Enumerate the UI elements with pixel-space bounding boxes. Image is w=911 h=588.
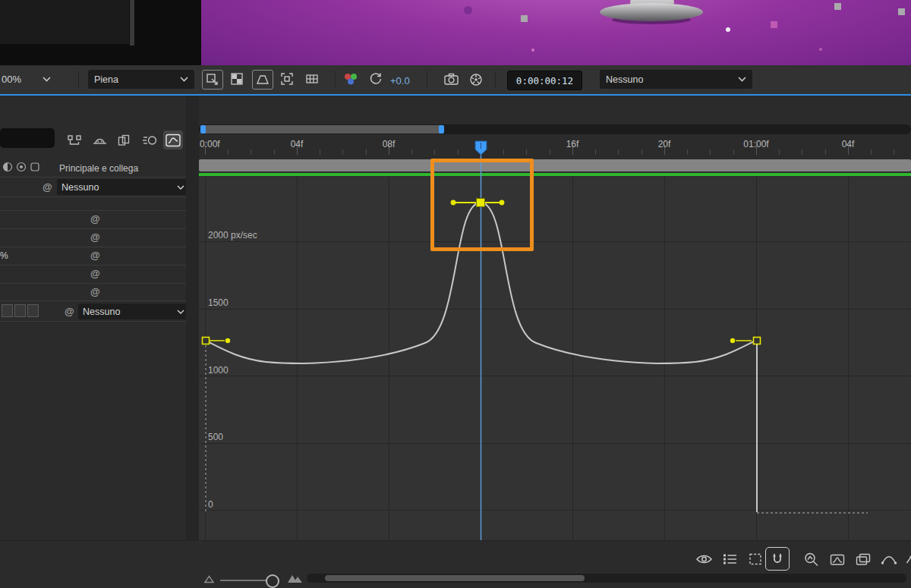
fit-all-graphs-button[interactable]: [853, 551, 873, 568]
selection-handle[interactable]: [834, 3, 841, 10]
pick-whip-icon[interactable]: @: [43, 181, 52, 193]
separate-dimensions-button[interactable]: [879, 551, 899, 568]
property-row[interactable]: @: [0, 266, 186, 284]
pick-whip-icon[interactable]: @: [90, 250, 100, 262]
hierarchy-toggle-button[interactable]: [65, 132, 84, 149]
take-snapshot-button[interactable]: [443, 72, 459, 86]
time-navigator-thumb[interactable]: [200, 125, 443, 134]
work-area-green-line: [199, 173, 911, 176]
y-axis-label: 1500: [208, 297, 229, 308]
camera-icon: [443, 72, 459, 86]
reset-exposure-button[interactable]: [369, 72, 383, 86]
navigator-end-handle[interactable]: [439, 125, 444, 134]
fast-previews-value: Nessuno: [606, 74, 643, 85]
selection-handle[interactable]: [898, 8, 905, 15]
show-snapshot-button[interactable]: [469, 73, 483, 86]
magnification-value: 00%: [2, 74, 21, 85]
y-axis-label: 1000: [208, 365, 229, 376]
parent-link-dropdown-2[interactable]: Nessuno: [78, 303, 189, 319]
mask-visibility-button[interactable]: [252, 70, 273, 90]
layer-switch-cell[interactable]: [14, 304, 26, 317]
exposure-value[interactable]: +0.0: [390, 75, 410, 86]
transform-box-icon: [748, 552, 763, 566]
property-row[interactable]: @: [0, 284, 186, 301]
fit-selection-button[interactable]: [827, 551, 847, 568]
property-row[interactable]: % @: [0, 247, 186, 266]
pick-whip-icon[interactable]: @: [90, 213, 100, 225]
auto-zoom-graph-button[interactable]: [802, 551, 821, 568]
bottom-bar-divider: [0, 540, 911, 541]
proportional-grid-button[interactable]: [302, 70, 322, 88]
timecode-field[interactable]: 0:00:00:12: [507, 71, 582, 90]
preview-toggle-button[interactable]: [202, 70, 223, 90]
toolbar-separator: [427, 71, 427, 88]
navigator-start-handle[interactable]: [200, 125, 206, 134]
aperture-icon: [469, 73, 483, 86]
pick-whip-icon[interactable]: @: [90, 286, 100, 298]
ruler-label[interactable]: 08f: [383, 139, 396, 149]
graph-handles-icon: [881, 552, 897, 567]
column-icon-quality[interactable]: [2, 162, 13, 172]
property-row[interactable]: @: [0, 229, 186, 247]
show-channels-button[interactable]: [343, 73, 358, 86]
graph-options-button[interactable]: [720, 551, 739, 568]
region-of-interest-button[interactable]: [277, 70, 297, 88]
fast-previews-dropdown[interactable]: Nessuno: [600, 70, 752, 89]
ufo-body: [600, 3, 703, 21]
ruler-label[interactable]: 0:00f: [200, 139, 220, 149]
panel-scrollbar[interactable]: [130, 0, 134, 46]
selection-handle[interactable]: [521, 15, 528, 22]
eye-icon: [695, 552, 713, 566]
layer-switch-cell[interactable]: [2, 304, 13, 317]
layer-switch-cell[interactable]: [27, 304, 39, 317]
magnification-dropdown[interactable]: 00%: [2, 74, 51, 85]
ruler-label[interactable]: 04f: [291, 139, 304, 149]
column-icon-effects[interactable]: [16, 162, 27, 172]
hierarchy-icon: [67, 134, 83, 147]
graph-editor-button[interactable]: [163, 130, 183, 149]
left-panel-edge: [0, 0, 129, 44]
composition-preview[interactable]: [201, 0, 911, 65]
parent-link-column-header[interactable]: Principale e collega: [59, 163, 138, 174]
show-properties-button[interactable]: [694, 551, 714, 568]
mask-trapezoid-icon: [255, 72, 270, 87]
shy-layers-button[interactable]: [90, 132, 109, 149]
zoom-in-icon[interactable]: [287, 571, 303, 583]
particle-dot: [531, 49, 534, 52]
row-separator: [0, 321, 186, 322]
y-axis-label: 2000 px/sec: [208, 230, 257, 241]
ruler-label[interactable]: 01:00f: [743, 139, 768, 149]
transparency-grid-button[interactable]: [227, 70, 247, 88]
graph-tools-icon: [905, 552, 911, 567]
zoom-slider-handle[interactable]: [266, 574, 279, 588]
zoom-slider-track[interactable]: [220, 580, 270, 581]
horizontal-scrollbar-thumb[interactable]: [325, 575, 585, 581]
pick-whip-icon[interactable]: @: [90, 231, 100, 244]
transform-box-button[interactable]: [746, 551, 765, 568]
frame-blending-button[interactable]: [115, 132, 134, 149]
fit-all-graphs-icon: [855, 552, 872, 567]
annotation-highlight-box: [430, 159, 534, 251]
ruler-minor-ticks: [199, 149, 911, 155]
ruler-label[interactable]: 16f: [566, 139, 579, 149]
row-separator: [0, 197, 186, 197]
panel-divider[interactable]: [186, 96, 199, 540]
ruler-label[interactable]: 04f: [842, 139, 855, 149]
snap-button-active[interactable]: [765, 547, 790, 571]
toolbar-separator: [78, 71, 79, 88]
graph-background[interactable]: [199, 177, 911, 540]
motion-blur-button[interactable]: [140, 132, 159, 149]
pick-whip-icon[interactable]: @: [65, 306, 74, 318]
selection-handle[interactable]: [771, 21, 777, 28]
zoom-out-icon[interactable]: [203, 574, 215, 583]
resolution-dropdown[interactable]: Piena: [88, 70, 194, 89]
magnet-icon: [770, 552, 785, 567]
ruler-label[interactable]: 20f: [658, 139, 671, 149]
parent-link-dropdown[interactable]: Nessuno: [57, 179, 189, 195]
work-area-bar[interactable]: [199, 159, 911, 171]
edge-clipped-button[interactable]: [903, 551, 911, 568]
property-row[interactable]: @: [0, 211, 186, 229]
timeline-search-box[interactable]: [0, 128, 55, 148]
column-icon-modes[interactable]: [30, 162, 40, 172]
pick-whip-icon[interactable]: @: [90, 268, 100, 280]
